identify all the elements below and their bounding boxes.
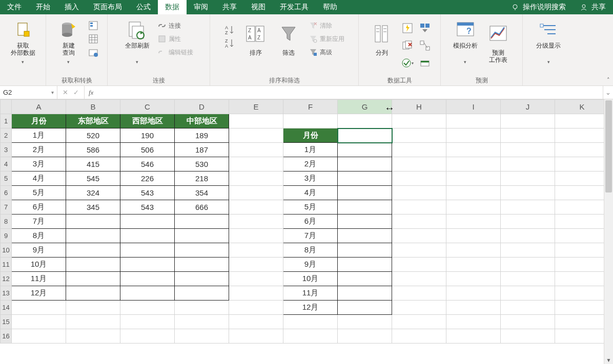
get-external-data-button[interactable]: 获取外部数据 <box>8 16 38 68</box>
cell-C16[interactable] <box>120 329 175 344</box>
cell-H5[interactable] <box>392 172 446 186</box>
cell-I7[interactable] <box>446 200 501 215</box>
col-header-J[interactable]: J <box>501 100 555 114</box>
fx-icon[interactable]: fx <box>85 86 97 99</box>
cell-F13[interactable]: 11月 <box>283 286 338 301</box>
cell-I1[interactable] <box>446 114 501 129</box>
cell-D11[interactable] <box>175 258 229 272</box>
cell-E4[interactable] <box>229 157 283 172</box>
cell-A5[interactable]: 4月 <box>12 172 66 186</box>
text-to-columns-button[interactable]: 分列 <box>367 16 397 68</box>
spreadsheet-grid[interactable]: ABCDEFGHIJK1月份东部地区西部地区中部地区21月520190189月份… <box>0 99 613 364</box>
cell-G11[interactable] <box>338 258 392 272</box>
cell-J13[interactable] <box>501 286 555 301</box>
cell-A7[interactable]: 6月 <box>12 200 66 215</box>
cell-A15[interactable] <box>12 315 66 329</box>
cell-I10[interactable] <box>446 243 501 258</box>
cell-D8[interactable] <box>175 215 229 229</box>
confirm-entry-button[interactable]: ✓ <box>73 89 79 96</box>
row-header-8[interactable]: 8 <box>1 215 12 229</box>
cell-B9[interactable] <box>66 229 120 243</box>
cell-H6[interactable] <box>392 186 446 200</box>
outline-button[interactable]: 分级显示 <box>534 16 563 68</box>
cell-I6[interactable] <box>446 186 501 200</box>
cell-J5[interactable] <box>501 172 555 186</box>
filter-button[interactable]: 筛选 <box>274 16 303 68</box>
cell-A12[interactable]: 11月 <box>12 272 66 286</box>
cell-E9[interactable] <box>229 229 283 243</box>
cell-E12[interactable] <box>229 272 283 286</box>
edit-links-button[interactable]: 编辑链接 <box>155 46 195 58</box>
cell-F2[interactable]: 月份 <box>283 129 338 143</box>
tab-公式[interactable]: 公式 <box>129 0 158 14</box>
row-header-16[interactable]: 16 <box>1 329 12 344</box>
cell-K8[interactable] <box>555 215 609 229</box>
cell-A11[interactable]: 10月 <box>12 258 66 272</box>
remove-duplicates-button[interactable] <box>400 38 415 53</box>
cell-B11[interactable] <box>66 258 120 272</box>
col-header-D[interactable]: D <box>175 100 229 114</box>
cell-J12[interactable] <box>501 272 555 286</box>
cell-I2[interactable] <box>446 129 501 143</box>
cell-C15[interactable] <box>120 315 175 329</box>
cell-E6[interactable] <box>229 186 283 200</box>
advanced-filter-button[interactable]: 高级 <box>306 46 346 58</box>
cell-A4[interactable]: 3月 <box>12 157 66 172</box>
cell-D16[interactable] <box>175 329 229 344</box>
cell-B16[interactable] <box>66 329 120 344</box>
cell-D3[interactable]: 187 <box>175 143 229 157</box>
sort-button[interactable]: ZAAZ 排序 <box>241 16 271 68</box>
cell-I5[interactable] <box>446 172 501 186</box>
cell-D2[interactable]: 189 <box>175 129 229 143</box>
cell-H3[interactable] <box>392 143 446 157</box>
cell-G7[interactable] <box>338 200 392 215</box>
tab-共享[interactable]: 共享 <box>215 0 244 14</box>
cell-C4[interactable]: 546 <box>120 157 175 172</box>
cell-K4[interactable] <box>555 157 609 172</box>
cell-J1[interactable] <box>501 114 555 129</box>
cell-K7[interactable] <box>555 200 609 215</box>
cell-H16[interactable] <box>392 329 446 344</box>
cell-B10[interactable] <box>66 243 120 258</box>
row-header-7[interactable]: 7 <box>1 200 12 215</box>
cell-F5[interactable]: 3月 <box>283 172 338 186</box>
cell-F1[interactable] <box>283 114 338 129</box>
row-header-11[interactable]: 11 <box>1 258 12 272</box>
cell-K16[interactable] <box>555 329 609 344</box>
tab-页面布局[interactable]: 页面布局 <box>86 0 129 14</box>
row-header-1[interactable]: 1 <box>1 114 12 129</box>
cell-B2[interactable]: 520 <box>66 129 120 143</box>
cell-H7[interactable] <box>392 200 446 215</box>
new-query-button[interactable]: 新建查询 <box>54 16 84 68</box>
refresh-all-button[interactable]: 全部刷新 <box>122 16 152 68</box>
cell-C10[interactable] <box>120 243 175 258</box>
cancel-entry-button[interactable]: ✕ <box>63 89 68 96</box>
cell-B5[interactable]: 545 <box>66 172 120 186</box>
cell-E5[interactable] <box>229 172 283 186</box>
row-header-12[interactable]: 12 <box>1 272 12 286</box>
cell-G5[interactable] <box>338 172 392 186</box>
cell-F11[interactable]: 9月 <box>283 258 338 272</box>
cell-A9[interactable]: 8月 <box>12 229 66 243</box>
cell-G9[interactable] <box>338 229 392 243</box>
flash-fill-button[interactable] <box>400 20 415 36</box>
cell-C13[interactable] <box>120 286 175 301</box>
cell-C14[interactable] <box>120 301 175 315</box>
cell-F10[interactable]: 8月 <box>283 243 338 258</box>
cell-B13[interactable] <box>66 286 120 301</box>
cell-I16[interactable] <box>446 329 501 344</box>
cell-H13[interactable] <box>392 286 446 301</box>
cell-K10[interactable] <box>555 243 609 258</box>
cell-D13[interactable] <box>175 286 229 301</box>
cell-K9[interactable] <box>555 229 609 243</box>
cell-E7[interactable] <box>229 200 283 215</box>
col-header-A[interactable]: A <box>12 100 66 114</box>
cell-C6[interactable]: 543 <box>120 186 175 200</box>
cell-J7[interactable] <box>501 200 555 215</box>
cell-C3[interactable]: 506 <box>120 143 175 157</box>
cell-J2[interactable] <box>501 129 555 143</box>
cell-F14[interactable]: 12月 <box>283 301 338 315</box>
consolidate-button[interactable] <box>417 20 433 36</box>
cell-G1[interactable] <box>338 114 392 129</box>
cell-C5[interactable]: 226 <box>120 172 175 186</box>
